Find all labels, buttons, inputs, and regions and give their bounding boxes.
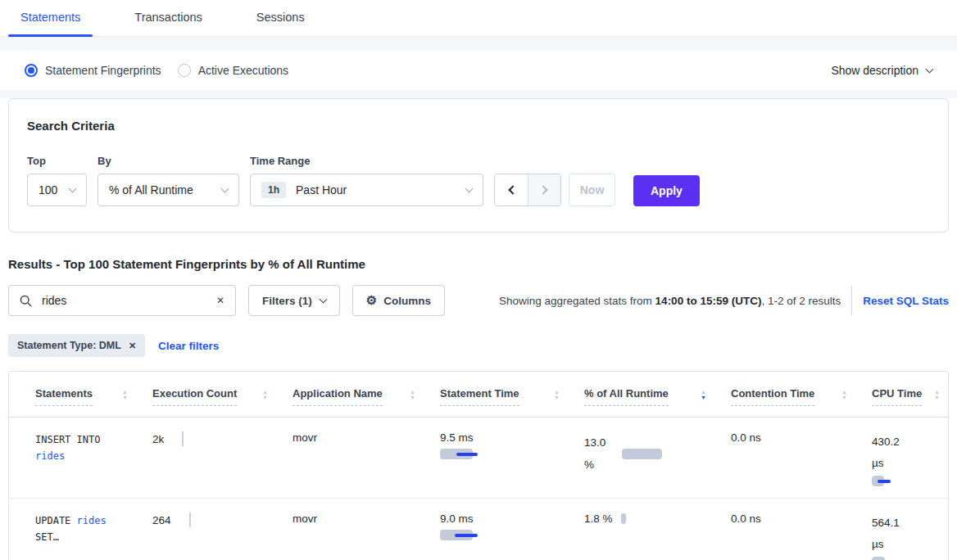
reset-sql-stats-link[interactable]: Reset SQL Stats	[863, 295, 949, 307]
by-field: By % of All Runtime	[98, 155, 239, 206]
stats-suffix: , 1-2 of 2 results	[761, 295, 841, 307]
time-range-badge: 1h	[261, 182, 286, 198]
statement-text: INSERT INTO	[35, 434, 100, 445]
time-range-value: Past Hour	[296, 183, 347, 196]
sort-icon[interactable]: ▲▼	[701, 389, 706, 400]
time-nav-group	[494, 174, 561, 206]
cpu-time-bar	[872, 476, 945, 486]
column-header[interactable]: % of All Runtime▲▼	[584, 372, 731, 418]
chevron-right-icon	[538, 185, 547, 194]
cpu-time-cell: 564.1µs	[872, 499, 948, 560]
divider-strip	[0, 90, 957, 98]
sort-icon[interactable]: ▲▼	[262, 389, 268, 400]
statement-text: SET…	[35, 531, 59, 543]
search-input[interactable]	[40, 293, 216, 308]
column-label: % of All Runtime	[584, 388, 669, 406]
column-label: Statement Time	[440, 388, 519, 406]
filter-chip-row: Statement Type: DML ✕ Clear filters	[8, 334, 949, 357]
radio-statement-fingerprints[interactable]: Statement Fingerprints	[25, 64, 161, 77]
top-field: Top 100	[27, 155, 87, 206]
statement-cell: INSERT INTOrides	[9, 418, 152, 499]
cpu-time-cell: 430.2µs	[872, 418, 948, 499]
chevron-down-icon	[926, 65, 934, 73]
stats-summary: Showing aggregated stats from 14:00 to 1…	[499, 295, 841, 307]
column-header[interactable]: Statement Time▲▼	[440, 372, 584, 418]
columns-label: Columns	[383, 295, 431, 307]
by-select[interactable]: % of All Runtime	[98, 174, 239, 206]
statement-time-value: 9.0 ms	[440, 513, 581, 525]
column-header[interactable]: Application Name▲▼	[293, 372, 440, 418]
statement-text: UPDATE	[35, 515, 77, 526]
application-name-cell: movr	[293, 499, 440, 560]
top-tab-bar: Statements Transactions Sessions	[0, 0, 957, 37]
cpu-time-value: 430.2µs	[872, 431, 945, 474]
sort-icon[interactable]: ▲▼	[841, 389, 847, 400]
sort-icon[interactable]: ▲▼	[410, 389, 415, 400]
cpu-time-value: 564.1µs	[872, 513, 945, 555]
chevron-down-icon	[221, 185, 229, 193]
top-select[interactable]: 100	[27, 174, 87, 206]
top-label: Top	[27, 155, 87, 167]
statement-time-bar	[440, 530, 581, 540]
search-box[interactable]: ✕	[8, 285, 236, 316]
clear-search-icon[interactable]: ✕	[216, 295, 225, 306]
filters-button[interactable]: Filters (1)	[248, 285, 340, 316]
columns-button[interactable]: ⚙ Columns	[352, 285, 445, 316]
vertical-divider	[851, 286, 852, 315]
runtime-cell: 1.8 %	[584, 499, 731, 560]
chevron-down-icon	[69, 185, 77, 193]
statement-time-bar	[440, 449, 581, 459]
table-body: INSERT INTOrides2kmovr9.5 ms13.0%0.0 ns4…	[9, 418, 948, 560]
tab-transactions[interactable]: Transactions	[122, 0, 214, 36]
sort-icon[interactable]: ▲▼	[934, 389, 940, 400]
show-description-toggle[interactable]: Show description	[831, 64, 932, 77]
radio-selected-icon[interactable]	[25, 64, 38, 77]
show-description-label: Show description	[831, 64, 918, 77]
gear-icon: ⚙	[366, 293, 377, 308]
search-criteria-panel: Search Criteria Top 100 By % of All Runt…	[8, 98, 949, 233]
column-label: Execution Count	[152, 388, 237, 406]
view-toggle-bar: Statement Fingerprints Active Executions…	[0, 51, 957, 90]
application-name-cell: movr	[293, 418, 440, 499]
radio-unselected-icon[interactable]	[178, 64, 191, 77]
tab-sessions[interactable]: Sessions	[244, 0, 317, 36]
statement-time-cell: 9.0 ms	[440, 499, 584, 560]
radio-active-executions[interactable]: Active Executions	[178, 64, 289, 77]
radio-label: Statement Fingerprints	[45, 64, 161, 77]
statements-table: Statements▲▼Execution Count▲▼Application…	[9, 372, 948, 560]
results-table-card: Statements▲▼Execution Count▲▼Application…	[8, 371, 949, 560]
execution-count-value: 2k	[152, 433, 164, 445]
time-range-select[interactable]: 1h Past Hour	[250, 174, 483, 206]
remove-filter-icon[interactable]: ✕	[129, 341, 136, 351]
stats-time-range: 14:00 to 15:59 (UTC)	[655, 295, 762, 307]
statement-time-cell: 9.5 ms	[440, 418, 584, 499]
filters-label: Filters (1)	[262, 295, 312, 307]
tab-statements[interactable]: Statements	[8, 0, 93, 36]
column-label: Contention Time	[731, 388, 814, 406]
column-label: CPU Time	[872, 388, 922, 406]
search-icon	[20, 295, 32, 307]
column-header[interactable]: Execution Count▲▼	[152, 372, 293, 418]
table-row: INSERT INTOrides2kmovr9.5 ms13.0%0.0 ns4…	[9, 418, 948, 499]
previous-time-button[interactable]	[495, 174, 528, 205]
clear-filters-link[interactable]: Clear filters	[158, 340, 219, 352]
column-header[interactable]: Contention Time▲▼	[731, 372, 872, 418]
column-header[interactable]: Statements▲▼	[9, 372, 152, 418]
chevron-down-icon	[319, 296, 327, 304]
apply-button[interactable]: Apply	[633, 175, 700, 206]
chevron-down-icon	[465, 185, 474, 193]
execution-count-bar	[189, 513, 191, 527]
divider-strip	[0, 37, 957, 51]
contention-time-cell: 0.0 ns	[731, 499, 872, 560]
statement-cell: UPDATE ridesSET…	[9, 499, 152, 560]
now-button[interactable]: Now	[569, 174, 615, 206]
top-value: 100	[39, 183, 57, 196]
column-header[interactable]: CPU Time▲▼	[872, 372, 948, 418]
runtime-cell: 13.0%	[584, 418, 731, 499]
sort-icon[interactable]: ▲▼	[554, 389, 560, 400]
statement-link[interactable]: rides	[35, 450, 65, 462]
next-time-button[interactable]	[528, 174, 560, 205]
statement-link[interactable]: rides	[77, 515, 107, 526]
filter-chip[interactable]: Statement Type: DML ✕	[8, 334, 145, 357]
sort-icon[interactable]: ▲▼	[122, 389, 128, 400]
